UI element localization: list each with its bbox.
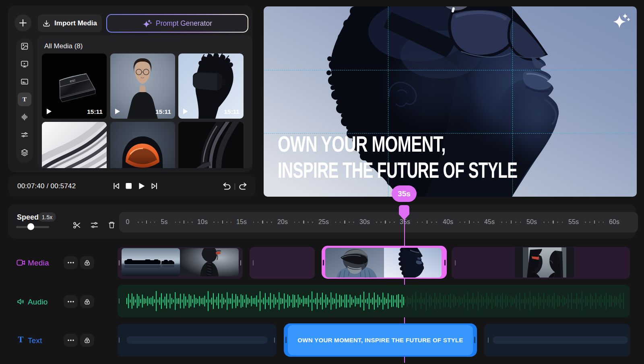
svg-text:T: T: [23, 96, 27, 103]
svg-text:T: T: [18, 335, 23, 344]
